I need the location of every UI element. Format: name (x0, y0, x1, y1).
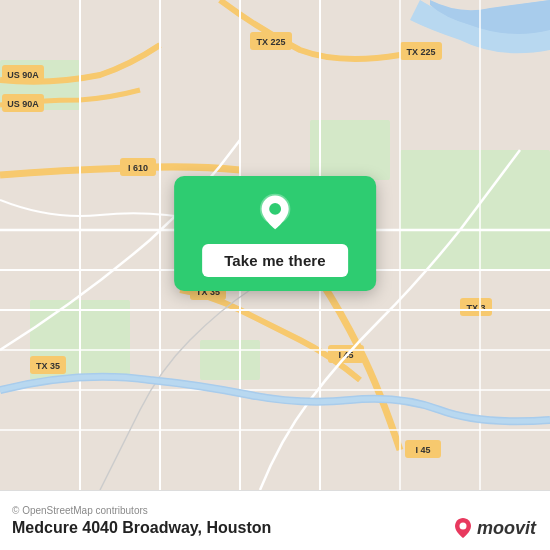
osm-attribution: © OpenStreetMap contributors (12, 505, 538, 516)
take-me-there-button[interactable]: Take me there (202, 244, 348, 277)
svg-text:TX 225: TX 225 (256, 37, 285, 47)
svg-text:US 90A: US 90A (7, 70, 39, 80)
svg-text:US 90A: US 90A (7, 99, 39, 109)
location-card: Take me there (174, 176, 376, 291)
svg-text:I 610: I 610 (128, 163, 148, 173)
location-pin-icon (253, 192, 297, 236)
svg-text:TX 225: TX 225 (406, 47, 435, 57)
svg-text:TX 35: TX 35 (36, 361, 60, 371)
svg-text:TX 3: TX 3 (466, 303, 485, 313)
bottom-bar: © OpenStreetMap contributors Medcure 404… (0, 490, 550, 550)
svg-point-39 (269, 203, 281, 215)
map-container: I 610 TX 225 TX 225 TX 35 TX 35 I 45 I 4… (0, 0, 550, 490)
svg-rect-5 (200, 340, 260, 380)
moovit-pin-icon (453, 516, 473, 540)
svg-rect-1 (310, 120, 390, 180)
svg-text:I 45: I 45 (415, 445, 430, 455)
moovit-text: moovit (477, 518, 536, 539)
svg-point-40 (459, 523, 466, 530)
moovit-logo: moovit (453, 516, 536, 540)
